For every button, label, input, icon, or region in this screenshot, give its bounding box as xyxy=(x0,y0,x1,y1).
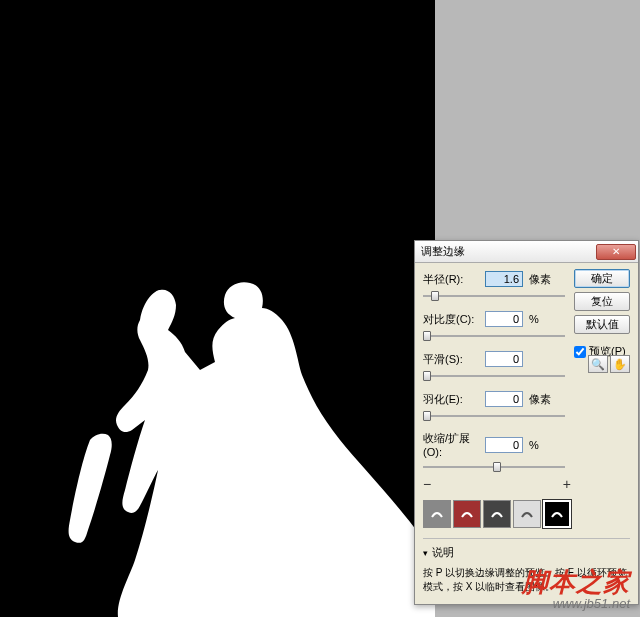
close-button[interactable]: ✕ xyxy=(596,244,636,260)
contrast-label: 对比度(C): xyxy=(423,312,485,327)
expand-input[interactable] xyxy=(485,437,523,453)
preview-mode-overlay[interactable] xyxy=(453,500,481,528)
feather-input[interactable] xyxy=(485,391,523,407)
ok-button[interactable]: 确定 xyxy=(574,269,630,288)
feather-slider[interactable] xyxy=(423,409,571,423)
dialog-titlebar[interactable]: 调整边缘 ✕ xyxy=(415,241,638,263)
contrast-input[interactable] xyxy=(485,311,523,327)
description-toggle[interactable]: ▾ 说明 xyxy=(423,545,630,560)
plus-icon: + xyxy=(563,476,571,492)
radius-input[interactable] xyxy=(485,271,523,287)
hand-tool-icon[interactable]: ✋ xyxy=(610,355,630,373)
zoom-tool-icon[interactable]: 🔍 xyxy=(588,355,608,373)
watermark: 脚本之家 www.jb51.net xyxy=(522,565,630,611)
preview-mode-thumbnails xyxy=(423,500,630,528)
contrast-unit: % xyxy=(529,313,539,325)
reset-button[interactable]: 复位 xyxy=(574,292,630,311)
silhouette-image xyxy=(0,0,435,617)
minus-icon: − xyxy=(423,476,431,492)
default-button[interactable]: 默认值 xyxy=(574,315,630,334)
description-label: 说明 xyxy=(432,545,454,560)
preview-mode-mask[interactable] xyxy=(543,500,571,528)
canvas-mask-preview xyxy=(0,0,435,617)
preview-mode-standard[interactable] xyxy=(423,500,451,528)
feather-row: 羽化(E): 像素 xyxy=(423,391,571,407)
smooth-label: 平滑(S): xyxy=(423,352,485,367)
radius-slider[interactable] xyxy=(423,289,571,303)
contrast-slider[interactable] xyxy=(423,329,571,343)
dialog-title: 调整边缘 xyxy=(421,244,465,259)
preview-mode-white[interactable] xyxy=(513,500,541,528)
expand-slider[interactable] xyxy=(423,460,571,474)
expand-plusminus: − + xyxy=(423,476,571,492)
chevron-down-icon: ▾ xyxy=(423,548,428,558)
radius-row: 半径(R): 像素 xyxy=(423,271,571,287)
smooth-row: 平滑(S): xyxy=(423,351,571,367)
radius-unit: 像素 xyxy=(529,272,551,287)
feather-unit: 像素 xyxy=(529,392,551,407)
refine-edge-dialog: 调整边缘 ✕ 确定 复位 默认值 预览(P) 🔍 ✋ 半径(R): 像素 对 xyxy=(414,240,639,605)
expand-unit: % xyxy=(529,439,539,451)
preview-checkbox[interactable] xyxy=(574,346,586,358)
expand-row: 收缩/扩展(O): % xyxy=(423,431,571,458)
expand-label: 收缩/扩展(O): xyxy=(423,431,485,458)
watermark-cn: 脚本之家 xyxy=(522,565,630,600)
feather-label: 羽化(E): xyxy=(423,392,485,407)
radius-label: 半径(R): xyxy=(423,272,485,287)
smooth-input[interactable] xyxy=(485,351,523,367)
preview-mode-black[interactable] xyxy=(483,500,511,528)
contrast-row: 对比度(C): % xyxy=(423,311,571,327)
smooth-slider[interactable] xyxy=(423,369,571,383)
